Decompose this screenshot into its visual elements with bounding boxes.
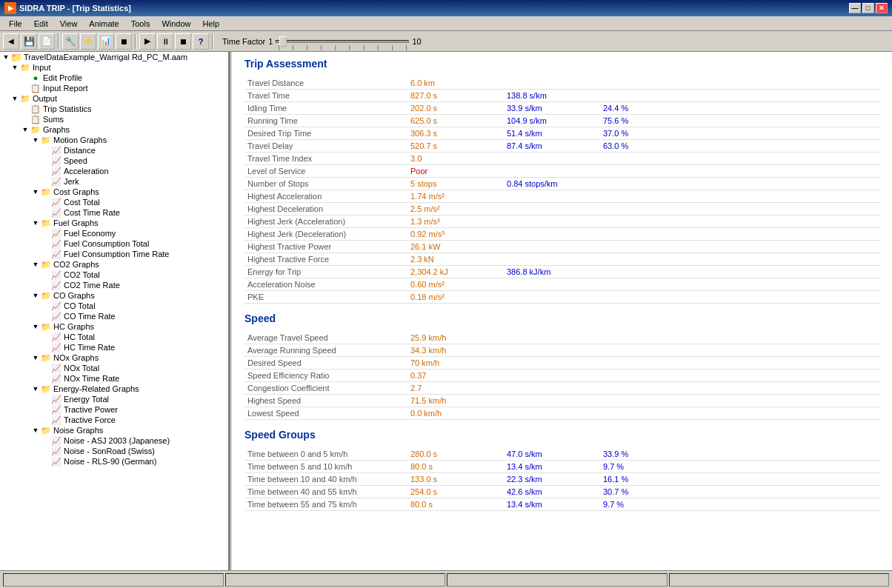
menu-file[interactable]: File	[3, 18, 28, 30]
tree-item-acceleration[interactable]: 📈 Acceleration	[0, 166, 228, 176]
distance-icon: 📈	[50, 146, 62, 155]
table-row: Lowest Speed0.0 km/h	[244, 407, 880, 420]
play-btn[interactable]: ▶	[139, 33, 156, 50]
table-row: Highest Speed71.5 km/h	[244, 395, 880, 407]
hc-toggle[interactable]: ▼	[31, 322, 40, 331]
tree-item-co-graphs[interactable]: ▼ 📁 CO Graphs	[0, 290, 228, 301]
root-folder-icon: 📁	[10, 53, 22, 61]
tractive-power-icon: 📈	[50, 405, 62, 414]
tree-item-hc-total[interactable]: 📈 HC Total	[0, 332, 228, 342]
tree-item-graphs[interactable]: ▼ 📁 Graphs	[0, 124, 228, 135]
table-row: Speed Efficiency Ratio0.37	[244, 370, 880, 382]
tree-item-co-total[interactable]: 📈 CO Total	[0, 301, 228, 311]
tree-item-cost-graphs[interactable]: ▼ 📁 Cost Graphs	[0, 187, 228, 197]
energy-toggle[interactable]: ▼	[31, 384, 40, 393]
tree-item-fuel-graphs[interactable]: ▼ 📁 Fuel Graphs	[0, 218, 228, 228]
motion-folder-icon: 📁	[40, 136, 52, 144]
tree-item-distance[interactable]: 📈 Distance	[0, 145, 228, 156]
tree-root[interactable]: ▼ 📁 TravelDataExample_Warrigal Rd_PC_M.a…	[0, 52, 228, 62]
maximize-btn[interactable]: □	[862, 3, 874, 13]
co2-toggle[interactable]: ▼	[31, 260, 40, 269]
tree-item-cost-total[interactable]: 📈 Cost Total	[0, 197, 228, 207]
speed-icon: 📈	[50, 156, 62, 165]
tree-item-energy-graphs[interactable]: ▼ 📁 Energy-Related Graphs	[0, 384, 228, 394]
tree-item-fuel-economy[interactable]: 📈 Fuel Economy	[0, 228, 228, 238]
input-toggle[interactable]: ▼	[10, 63, 19, 72]
toolbar-sep-1	[58, 34, 59, 49]
tree-item-noise-son[interactable]: 📈 Noise - SonRoad (Swiss)	[0, 446, 228, 456]
stop-btn[interactable]: ⏸	[157, 33, 173, 50]
tractive-force-icon: 📈	[50, 415, 62, 424]
toolbar-btn-4[interactable]: 🔧	[62, 33, 79, 50]
tree-item-sums[interactable]: 📋 Sums	[0, 114, 228, 124]
tree-item-co2-graphs[interactable]: ▼ 📁 CO2 Graphs	[0, 259, 228, 270]
tree-item-nox-time-rate[interactable]: 📈 NOx Time Rate	[0, 373, 228, 384]
rewind-btn[interactable]: ⏹	[175, 33, 191, 50]
minimize-btn[interactable]: —	[849, 3, 861, 13]
toolbar-btn-3[interactable]: 📄	[39, 33, 55, 50]
status-pane-1	[3, 573, 224, 587]
help-btn[interactable]: ?	[193, 33, 209, 50]
speed-groups-title: Speed Groups	[244, 429, 880, 442]
co2-total-icon: 📈	[50, 270, 62, 279]
graphs-toggle[interactable]: ▼	[21, 125, 30, 134]
edit-profile-icon: ●	[30, 73, 41, 82]
table-row: Time between 0 and 5 km/h280.0 s47.0 s/k…	[244, 448, 880, 461]
toolbar-btn-7[interactable]: ⏹	[116, 33, 132, 50]
tree-item-output[interactable]: ▼ 📁 Output	[0, 93, 228, 104]
toolbar-btn-1[interactable]: ◀	[3, 33, 19, 50]
tree-item-tractive-force[interactable]: 📈 Tractive Force	[0, 415, 228, 425]
tree-item-energy-total[interactable]: 📈 Energy Total	[0, 394, 228, 404]
noise-son-label: Noise - SonRoad (Swiss)	[64, 447, 155, 455]
output-toggle[interactable]: ▼	[10, 94, 19, 103]
menu-view[interactable]: View	[54, 18, 84, 30]
energy-total-icon: 📈	[50, 395, 62, 404]
table-row: PKE0.18 m/s²	[244, 291, 880, 304]
tree-item-nox-total[interactable]: 📈 NOx Total	[0, 363, 228, 373]
nox-toggle[interactable]: ▼	[31, 353, 40, 362]
hc-total-label: HC Total	[64, 333, 95, 341]
co2-folder-icon: 📁	[40, 260, 52, 269]
toolbar-btn-5[interactable]: ⚡	[80, 33, 96, 50]
tree-item-input[interactable]: ▼ 📁 Input	[0, 62, 228, 73]
tree-item-edit-profile[interactable]: ● Edit Profile	[0, 73, 228, 83]
fuel-toggle[interactable]: ▼	[31, 218, 40, 227]
tree-item-jerk[interactable]: 📈 Jerk	[0, 176, 228, 187]
close-btn[interactable]: ✕	[876, 3, 888, 13]
menu-animate[interactable]: Animate	[83, 18, 124, 30]
cost-toggle[interactable]: ▼	[31, 187, 40, 196]
menu-window[interactable]: Window	[156, 18, 196, 30]
menu-edit[interactable]: Edit	[28, 18, 54, 30]
noise-toggle[interactable]: ▼	[31, 426, 40, 435]
tree-item-noise-graphs[interactable]: ▼ 📁 Noise Graphs	[0, 425, 228, 435]
tree-item-nox-graphs[interactable]: ▼ 📁 NOx Graphs	[0, 353, 228, 363]
tree-item-motion-graphs[interactable]: ▼ 📁 Motion Graphs	[0, 135, 228, 145]
tree-item-fuel-time-rate[interactable]: 📈 Fuel Consumption Time Rate	[0, 249, 228, 259]
menu-help[interactable]: Help	[197, 18, 226, 30]
fuel-total-label: Fuel Consumption Total	[64, 239, 149, 248]
tree-item-co2-time-rate[interactable]: 📈 CO2 Time Rate	[0, 280, 228, 290]
co-toggle[interactable]: ▼	[31, 291, 40, 300]
tree-root-toggle[interactable]: ▼	[1, 53, 10, 61]
tree-item-speed[interactable]: 📈 Speed	[0, 156, 228, 166]
toolbar-btn-2[interactable]: 💾	[21, 33, 37, 50]
tree-item-noise-asj[interactable]: 📈 Noise - ASJ 2003 (Japanese)	[0, 435, 228, 446]
tree-item-fuel-total[interactable]: 📈 Fuel Consumption Total	[0, 238, 228, 249]
tree-item-hc-time-rate[interactable]: 📈 HC Time Rate	[0, 342, 228, 353]
tree-item-co-time-rate[interactable]: 📈 CO Time Rate	[0, 311, 228, 321]
toolbar-btn-6[interactable]: 📊	[98, 33, 114, 50]
tree-item-trip-statistics[interactable]: 📋 Trip Statistics	[0, 104, 228, 114]
tree-item-cost-time-rate[interactable]: 📈 Cost Time Rate	[0, 207, 228, 218]
hc-graphs-label: HC Graphs	[53, 322, 94, 331]
table-row: Travel Time827.0 s138.8 s/km	[244, 90, 880, 102]
nox-folder-icon: 📁	[40, 353, 52, 362]
tree-item-noise-rls[interactable]: 📈 Noise - RLS-90 (German)	[0, 456, 228, 467]
motion-toggle[interactable]: ▼	[31, 136, 40, 144]
time-factor-start: 1	[268, 37, 273, 46]
tree-item-input-report[interactable]: 📋 Input Report	[0, 83, 228, 93]
co-time-rate-icon: 📈	[50, 312, 62, 321]
menu-tools[interactable]: Tools	[125, 18, 156, 30]
tree-item-tractive-power[interactable]: 📈 Tractive Power	[0, 404, 228, 415]
tree-item-hc-graphs[interactable]: ▼ 📁 HC Graphs	[0, 321, 228, 332]
tree-item-co2-total[interactable]: 📈 CO2 Total	[0, 270, 228, 280]
